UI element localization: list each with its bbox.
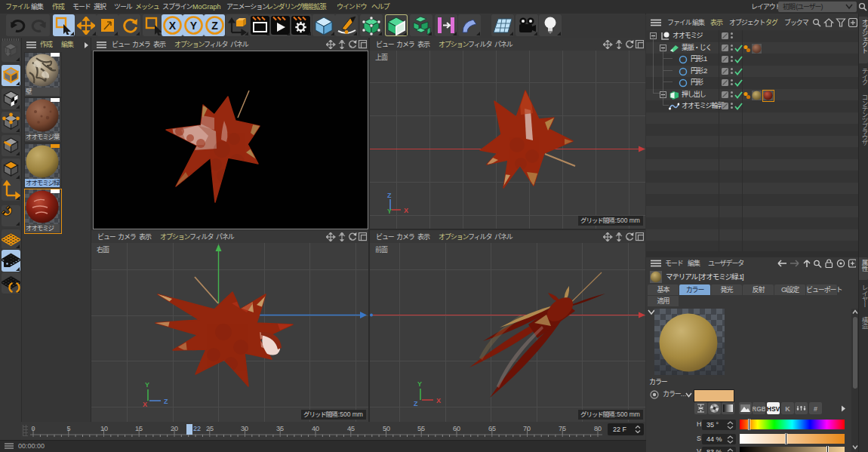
svg-text:X: X [169,20,177,32]
svg-text:HSV: HSV [767,405,780,413]
svg-text:K: K [785,405,790,413]
svg-text:RGB: RGB [753,405,765,413]
svg-text:Y: Y [190,20,198,32]
svg-text:Z: Z [211,20,218,32]
svg-text:#: # [814,405,817,413]
